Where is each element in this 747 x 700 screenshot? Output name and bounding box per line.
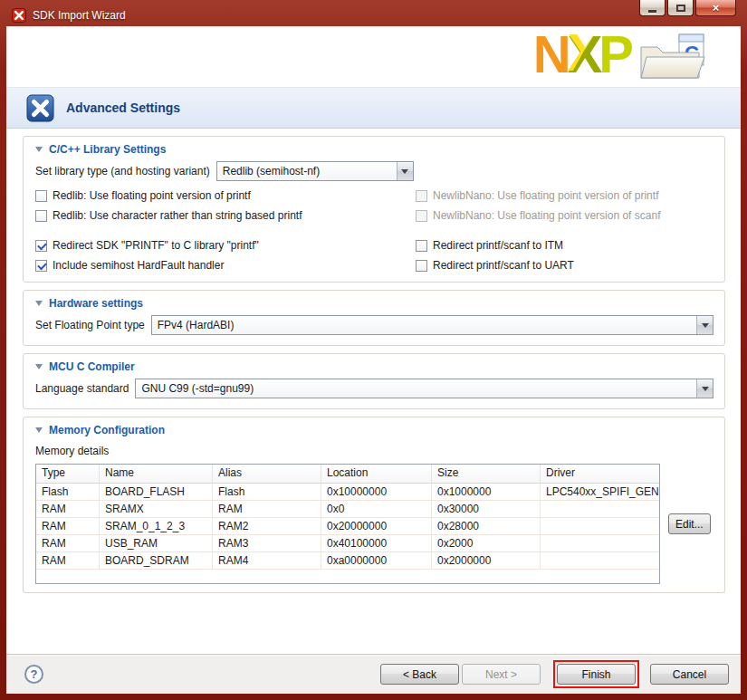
memory-cell: Flash xyxy=(36,484,100,501)
maximize-button[interactable] xyxy=(667,0,694,16)
next-button: Next > xyxy=(462,664,541,685)
memory-cell: 0xa0000000 xyxy=(321,552,432,570)
chevron-down-icon xyxy=(696,316,713,334)
finish-highlight-annotation: Finish xyxy=(553,660,639,688)
close-button[interactable]: × xyxy=(695,0,736,16)
language-standard-row: Language standard GNU C99 (-std=gnu99) xyxy=(35,379,713,398)
language-standard-value: GNU C99 (-std=gnu99) xyxy=(136,382,696,395)
memory-cell: LPC540xx_SPIFI_GENE... xyxy=(541,484,659,501)
app-icon xyxy=(12,8,26,23)
nxp-logo-x: X xyxy=(568,26,599,83)
memory-cell: 0x10000000 xyxy=(321,484,432,501)
memory-cell xyxy=(541,552,659,570)
edit-button[interactable]: Edit... xyxy=(668,513,711,534)
floating-point-value: FPv4 (HardABI) xyxy=(152,319,696,331)
checkbox-box xyxy=(416,190,427,202)
column-header-alias[interactable]: Alias xyxy=(213,465,321,484)
section-hardware-settings: Hardware settings Set Floating Point typ… xyxy=(23,290,725,346)
checkbox-box[interactable] xyxy=(35,190,47,202)
wizard-content: C/C++ Library Settings Set library type … xyxy=(6,129,741,654)
memory-table[interactable]: Type Name Alias Location Size Driver Fla… xyxy=(35,464,660,584)
table-empty-area xyxy=(36,570,659,583)
checkbox-box[interactable] xyxy=(35,210,47,222)
checkbox-redlib-float-printf[interactable]: Redlib: Use floating point version of pr… xyxy=(35,187,410,204)
memory-cell: RAM xyxy=(36,518,100,535)
checkbox-redirect-uart[interactable]: Redirect printf/scanf to UART xyxy=(416,257,713,273)
memory-cell: 0x0 xyxy=(321,501,432,518)
page-title: Advanced Settings xyxy=(66,101,180,115)
section-library-title: C/C++ Library Settings xyxy=(49,143,166,156)
column-header-name[interactable]: Name xyxy=(100,465,213,484)
section-compiler-title: MCU C Compiler xyxy=(49,360,135,373)
section-hardware-header[interactable]: Hardware settings xyxy=(35,293,713,313)
memory-cell: RAM xyxy=(36,535,100,552)
minimize-icon xyxy=(648,10,656,13)
memory-cell: 0x2000 xyxy=(432,535,541,552)
language-standard-dropdown[interactable]: GNU C99 (-std=gnu99) xyxy=(135,379,713,398)
library-checkbox-grid: Redlib: Use floating point version of pr… xyxy=(35,187,713,273)
column-header-location[interactable]: Location xyxy=(321,465,432,484)
table-row-usb-ram[interactable]: RAM USB_RAM RAM3 0x40100000 0x2000 xyxy=(36,535,659,552)
table-row-board-flash[interactable]: Flash BOARD_FLASH Flash 0x10000000 0x100… xyxy=(36,484,659,501)
finish-button[interactable]: Finish xyxy=(557,664,636,685)
back-button[interactable]: < Back xyxy=(380,664,459,685)
checkbox-box[interactable] xyxy=(35,260,47,272)
floating-point-row: Set Floating Point type FPv4 (HardABI) xyxy=(35,315,713,335)
checkbox-label: Redirect printf/scanf to ITM xyxy=(433,239,563,252)
column-header-driver[interactable]: Driver xyxy=(541,465,659,484)
memory-cell: RAM3 xyxy=(213,535,321,552)
memory-details-label: Memory details xyxy=(35,445,713,457)
memory-cell xyxy=(541,535,659,552)
collapse-triangle-icon xyxy=(35,364,43,369)
floating-point-dropdown[interactable]: FPv4 (HardABI) xyxy=(151,315,713,335)
footer: ? < Back Next > Finish Cancel xyxy=(6,654,741,694)
section-compiler-header[interactable]: MCU C Compiler xyxy=(35,357,713,377)
checkbox-newlibnano-float-printf: NewlibNano: Use floating point version o… xyxy=(416,187,713,204)
memory-cell: BOARD_FLASH xyxy=(100,484,213,501)
checkbox-semihost-hardfault[interactable]: Include semihost HardFault handler xyxy=(35,257,410,273)
memory-cell: RAM4 xyxy=(213,552,321,570)
memory-cell: RAM xyxy=(36,501,100,518)
memory-cell xyxy=(541,518,659,535)
table-row-sramx[interactable]: RAM SRAMX RAM 0x0 0x30000 xyxy=(36,501,659,518)
titlebar[interactable]: SDK Import Wizard xyxy=(6,0,741,26)
section-memory-configuration: Memory Configuration Memory details Type… xyxy=(23,417,725,593)
checkbox-label: NewlibNano: Use floating point version o… xyxy=(433,189,658,202)
maximize-icon xyxy=(676,5,685,12)
column-header-size[interactable]: Size xyxy=(432,465,541,484)
chevron-down-icon xyxy=(696,379,713,398)
library-type-row: Set library type (and hosting variant) R… xyxy=(35,161,713,181)
checkbox-label: NewlibNano: Use floating point version o… xyxy=(433,209,660,222)
minimize-button[interactable] xyxy=(639,0,666,16)
sdk-import-wizard-window: × SDK Import Wizard NXP xyxy=(0,0,747,700)
window-controls: × xyxy=(639,0,736,16)
checkbox-redirect-itm[interactable]: Redirect printf/scanf to ITM xyxy=(416,237,713,254)
checkbox-box[interactable] xyxy=(416,240,427,252)
close-icon: × xyxy=(713,2,720,14)
checkbox-box[interactable] xyxy=(416,260,427,272)
memory-table-header-row: Type Name Alias Location Size Driver xyxy=(36,465,659,484)
memory-cell: RAM xyxy=(213,501,321,518)
memory-cell: SRAM_0_1_2_3 xyxy=(100,518,213,535)
language-standard-label: Language standard xyxy=(35,382,129,395)
checkbox-redirect-sdk-printf[interactable]: Redirect SDK "PRINTF" to C library "prin… xyxy=(35,237,410,254)
column-header-type[interactable]: Type xyxy=(36,465,100,484)
memory-cell: 0x1000000 xyxy=(432,484,541,501)
help-button[interactable]: ? xyxy=(24,665,43,684)
section-library-header[interactable]: C/C++ Library Settings xyxy=(35,139,713,159)
library-type-dropdown[interactable]: Redlib (semihost-nf) xyxy=(216,161,414,181)
nxp-logo-p: P xyxy=(599,26,630,83)
checkbox-box[interactable] xyxy=(35,240,47,252)
cancel-button[interactable]: Cancel xyxy=(650,664,729,685)
checkbox-label: Redlib: Use character rather than string… xyxy=(53,209,302,222)
table-row-sram-0123[interactable]: RAM SRAM_0_1_2_3 RAM2 0x20000000 0x28000 xyxy=(36,518,659,535)
section-hardware-title: Hardware settings xyxy=(49,297,143,310)
memory-cell: BOARD_SDRAM xyxy=(100,552,213,570)
checkbox-redlib-char-printf[interactable]: Redlib: Use character rather than string… xyxy=(35,207,410,224)
table-row-board-sdram[interactable]: RAM BOARD_SDRAM RAM4 0xa0000000 0x200000… xyxy=(36,552,659,570)
collapse-triangle-icon xyxy=(35,301,43,306)
section-memory-header[interactable]: Memory Configuration xyxy=(35,420,713,440)
checkbox-label: Redlib: Use floating point version of pr… xyxy=(53,189,251,202)
memory-cell: 0x30000 xyxy=(432,501,541,518)
library-type-label: Set library type (and hosting variant) xyxy=(35,165,210,177)
